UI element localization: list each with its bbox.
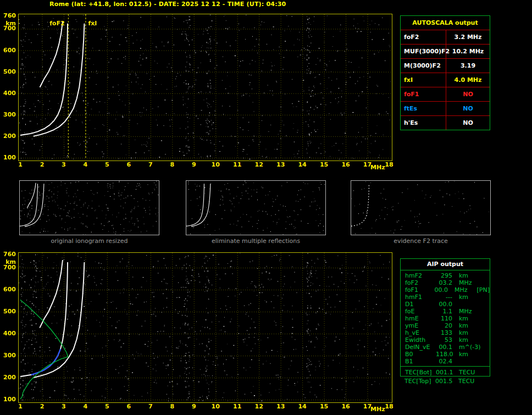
header-title: Rome (lat: +41.8, lon: 012.5) - DATE: 20… [49, 1, 286, 8]
x-axis-tick-label: 3 [59, 162, 69, 168]
aip-name: hmF2 [401, 272, 436, 279]
x-axis-tick-label: 10 [210, 403, 220, 410]
x-axis-tick-label: 2 [37, 162, 47, 168]
autoscala-row-M(3000)F2: M(3000)F23.19 [401, 59, 490, 73]
aip-name: ymE [401, 322, 436, 329]
autoscala-param-label: foF1 [401, 87, 446, 101]
thumbnail-caption-original: original ionogram resized [19, 237, 159, 245]
aip-note [480, 344, 490, 351]
x-axis-tick-label: 9 [189, 403, 199, 410]
aip-val: 00.0 [436, 301, 452, 308]
x-axis-tick-label: 10 [210, 162, 220, 168]
aip-unit [452, 358, 480, 365]
thumbnail-eliminate-canvas [186, 181, 325, 235]
aip-row-foF2: foF203.2MHz [401, 279, 490, 286]
aip-unit [452, 301, 480, 308]
x-axis-tick-label: 15 [319, 162, 329, 168]
aip-val: 1.1 [436, 308, 452, 315]
x-axis-tick-label: 5 [102, 162, 112, 168]
aip-note [480, 315, 490, 322]
x-axis-tick-label: 13 [276, 403, 286, 410]
aip-row-hmF2: hmF2295km [401, 272, 490, 279]
aip-unit: km [452, 329, 480, 336]
y-axis-tick-label: 600 [1, 286, 16, 292]
aip-val: --- [436, 294, 452, 301]
aip-val: 00.0 [433, 286, 448, 294]
x-axis-tick-label: 4 [80, 162, 90, 168]
x-axis-tick-label: 3 [59, 403, 69, 410]
y-axis-tick-label: 100 [1, 154, 16, 161]
aip-val: 133 [436, 329, 452, 336]
autoscala-row-foF2: foF23.2 MHz [401, 30, 490, 45]
autoscala-param-label: MUF(3000)F2 [401, 45, 446, 58]
x-axis-tick-label: 14 [297, 403, 307, 410]
aip-unit: MHz [452, 308, 480, 315]
y-axis-tick-label: 100 [1, 396, 16, 402]
ionogram-top-panel [18, 14, 392, 161]
x-axis-tick-label: 13 [276, 162, 286, 168]
aip-unit: km [452, 336, 480, 344]
x-axis-tick-label: 9 [189, 162, 199, 168]
aip-val: 02.4 [436, 358, 452, 365]
aip-note [480, 272, 490, 279]
x-axis-tick-label: 11 [232, 403, 242, 410]
autoscala-param-label: foF2 [401, 30, 446, 44]
aip-val: 110 [436, 315, 452, 322]
y-axis-unit-label: km [1, 20, 16, 26]
y-axis-tick-label: 600 [1, 47, 16, 53]
autoscala-row-fxI: fxI4.0 MHz [401, 73, 490, 87]
thumbnail-eliminate-reflections [186, 180, 326, 235]
aip-unit: km [452, 272, 480, 279]
autoscala-param-value: 10.2 MHz [446, 45, 490, 58]
x-axis-tick-label: 5 [102, 403, 112, 410]
x-axis-tick-label: 8 [167, 162, 177, 168]
aip-row-Ewidth: Ewidth53km [401, 336, 490, 344]
x-axis-tick-label: 15 [319, 403, 329, 410]
autoscala-param-label: fxI [401, 73, 446, 87]
aip-unit: MHz [448, 286, 473, 294]
thumbnail-evidence-f2 [351, 180, 491, 235]
autoscala-param-value: NO [446, 87, 490, 101]
y-axis-tick-label: 300 [1, 112, 16, 118]
aip-name: Ewidth [401, 336, 436, 344]
autoscala-param-label: h'Es [401, 116, 446, 130]
aip-row-TEC[Bot]: TEC[Bot]001.1TECU [401, 368, 490, 377]
aip-unit: km [452, 351, 480, 358]
aip-val: 00.1 [436, 344, 452, 351]
y-axis-tick-label: 200 [1, 374, 16, 380]
aip-note [480, 351, 490, 358]
autoscala-param-label: ftEs [401, 102, 446, 115]
x-axis-tick-label: 16 [341, 403, 351, 410]
aip-name: TEC[Bot] [401, 368, 436, 377]
autoscala-row-MUF(3000)F2: MUF(3000)F210.2 MHz [401, 45, 490, 59]
aip-row-TEC[Top]: TEC[Top]001.5TECU [400, 378, 489, 385]
aip-name: B0 [401, 351, 436, 358]
aip-unit: km [452, 322, 480, 329]
x-axis-tick-label: 7 [146, 162, 156, 168]
aip-val: 118.0 [436, 351, 452, 358]
thumbnail-original-canvas [20, 181, 159, 235]
autoscala-param-value: NO [446, 102, 490, 115]
aip-val: 53 [436, 336, 452, 344]
aip-row-B1: B102.4 [401, 358, 490, 365]
y-axis-unit-label: km [1, 259, 16, 265]
aip-row-DelN_vE: DelN_vE00.1m^(-3) [401, 344, 490, 351]
autoscala-param-label: M(3000)F2 [401, 59, 446, 73]
autoscala-row-h'Es: h'EsNO [401, 116, 490, 130]
aip-row-foE: foE1.1MHz [401, 308, 490, 315]
y-axis-tick-label: 400 [1, 90, 16, 96]
x-axis-tick-label: 6 [124, 403, 134, 410]
y-axis-tick-label: 760 [1, 13, 16, 19]
x-axis-unit-label: MHz [370, 164, 385, 170]
x-axis-tick-label: 12 [254, 162, 264, 168]
aip-note [480, 329, 490, 336]
autoscala-param-value: NO [446, 116, 490, 130]
aip-note [480, 294, 490, 301]
autoscala-row-ftEs: ftEsNO [401, 102, 490, 116]
x-axis-tick-label: 12 [254, 403, 264, 410]
y-axis-tick-label: 760 [1, 251, 16, 257]
x-axis-tick-label: 18 [384, 162, 394, 168]
autoscala-output-rows: foF23.2 MHzMUF(3000)F210.2 MHzM(3000)F23… [401, 30, 490, 130]
autoscala-output-title: AUTOSCALA output [401, 16, 490, 30]
ionogram-bottom-canvas [19, 253, 391, 401]
